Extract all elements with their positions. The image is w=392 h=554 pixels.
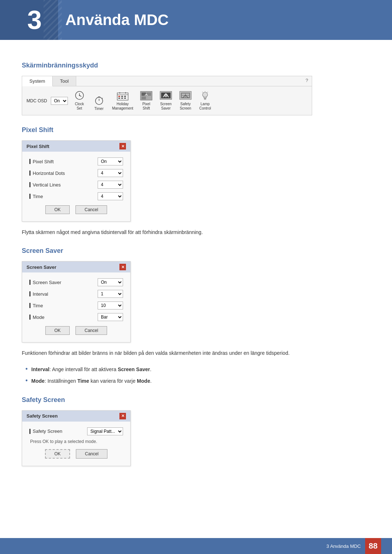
screen-saver-title: Screen Saver bbox=[26, 264, 56, 270]
pixel-shift-cancel-button[interactable]: Cancel bbox=[75, 205, 107, 214]
row-indicator-ss4 bbox=[29, 315, 30, 320]
svg-line-37 bbox=[202, 92, 203, 93]
pixel-shift-dialog: Pixel Shift ✕ Pixel Shift OnOff Horizont… bbox=[22, 140, 131, 222]
pixel-shift-icon bbox=[140, 91, 153, 101]
toolbar-icon-safety-screen[interactable]: SafetyScreen bbox=[176, 89, 195, 112]
svg-point-32 bbox=[203, 92, 208, 97]
svg-rect-13 bbox=[118, 96, 120, 97]
tab-tool[interactable]: Tool bbox=[53, 76, 76, 86]
safety-screen-body: Safety Screen Signal Patt...ScrollPixel … bbox=[22, 422, 130, 466]
pixel-shift-description: Flytta skärmen något med angivna tidsint… bbox=[22, 228, 370, 236]
interval-label: Interval bbox=[29, 291, 48, 297]
screen-saver-close-button[interactable]: ✕ bbox=[119, 264, 126, 270]
clock-set-label: ClockSet bbox=[75, 102, 84, 111]
help-button[interactable]: ? bbox=[302, 76, 312, 86]
row-indicator-3 bbox=[29, 182, 30, 187]
screen-saver-row-2: Interval 123 bbox=[29, 290, 123, 298]
row-indicator-2 bbox=[29, 171, 30, 176]
timer-label: Timer bbox=[94, 107, 103, 111]
screen-saver-label-1: Screen Saver bbox=[29, 280, 61, 285]
svg-line-36 bbox=[207, 92, 208, 93]
time-select-ss[interactable]: 10515 bbox=[98, 301, 123, 309]
screen-saver-row-1: Screen Saver OnOff bbox=[29, 278, 123, 286]
clock-set-icon bbox=[73, 91, 86, 101]
vertical-lines-label: Vertical Lines bbox=[29, 182, 61, 188]
row-indicator-saf1 bbox=[29, 429, 30, 434]
interval-term: Interval bbox=[31, 366, 49, 372]
safety-screen-close-button[interactable]: ✕ bbox=[119, 413, 126, 419]
section-heading-screen: Screen Saver bbox=[22, 247, 370, 255]
svg-rect-22 bbox=[142, 97, 146, 99]
page-number: 88 bbox=[365, 538, 381, 554]
toolbar-icon-screen-saver[interactable]: ScreenSaver bbox=[156, 89, 175, 112]
bullet-item-interval: • Interval: Ange intervall för att aktiv… bbox=[25, 365, 370, 373]
pixel-shift-label-1: Pixel Shift bbox=[29, 159, 54, 164]
pixel-shift-ok-button[interactable]: OK bbox=[45, 205, 70, 214]
safety-screen-row-label: Safety Screen bbox=[33, 428, 62, 434]
safety-screen-label-1: Safety Screen bbox=[29, 428, 62, 434]
bullet-text-interval: Interval: Ange intervall för att aktiver… bbox=[31, 365, 151, 373]
time-label-ss: Time bbox=[29, 303, 43, 308]
lamp-control-label: LampControl bbox=[199, 102, 211, 111]
row-indicator-ss2 bbox=[29, 291, 30, 296]
bullet-item-mode: • Mode: Inställningen Time kan variera f… bbox=[25, 377, 370, 385]
pixel-shift-label: PixelShift bbox=[142, 102, 150, 111]
chapter-title: Använda MDC bbox=[65, 11, 169, 29]
safety-screen-ok-button[interactable]: OK bbox=[45, 449, 70, 459]
time-label-ps: Time bbox=[29, 194, 43, 199]
vertical-lines-select[interactable]: 4123 bbox=[98, 181, 123, 189]
holiday-label: HolidayManagement bbox=[112, 102, 133, 111]
mode-select[interactable]: BarPixelFade bbox=[98, 313, 123, 321]
pixel-shift-row-1: Pixel Shift OnOff bbox=[29, 157, 123, 165]
safety-screen-select[interactable]: Signal Patt...ScrollPixel bbox=[87, 427, 123, 435]
svg-line-8 bbox=[102, 98, 103, 99]
row-indicator-4 bbox=[29, 194, 30, 199]
pixel-shift-body: Pixel Shift OnOff Horizontal Dots 4123 bbox=[22, 152, 130, 221]
mdc-osd-label: MDC OSD bbox=[26, 98, 47, 103]
screen-saver-select[interactable]: OnOff bbox=[98, 278, 123, 286]
svg-rect-14 bbox=[121, 96, 123, 97]
safety-screen-title: Safety Screen bbox=[26, 413, 58, 419]
mdc-osd-select[interactable]: On Off bbox=[51, 97, 68, 105]
interval-select[interactable]: 123 bbox=[98, 290, 123, 298]
tab-system[interactable]: System bbox=[22, 76, 53, 86]
screen-saver-row-4: Mode BarPixelFade bbox=[29, 313, 123, 321]
section-heading-safety: Safety Screen bbox=[22, 396, 370, 404]
holiday-icon bbox=[116, 91, 129, 101]
time-select-ps[interactable]: 4123 bbox=[98, 192, 123, 200]
toolbar-tabs: System Tool ? bbox=[22, 76, 312, 86]
svg-rect-17 bbox=[121, 98, 123, 99]
toolbar-icon-lamp-control[interactable]: LampControl bbox=[196, 89, 215, 112]
screen-saver-cancel-button[interactable]: Cancel bbox=[75, 326, 107, 335]
pixel-shift-row-4: Time 4123 bbox=[29, 192, 123, 200]
screen-saver-buttons: OK Cancel bbox=[29, 326, 123, 336]
mode-term-2: Mode bbox=[137, 378, 150, 384]
screen-saver-title-bar: Screen Saver ✕ bbox=[22, 262, 130, 272]
toolbar-body: MDC OSD On Off Clo bbox=[22, 86, 312, 115]
screen-saver-ok-button[interactable]: OK bbox=[45, 326, 70, 335]
safety-screen-cancel-button[interactable]: Cancel bbox=[76, 449, 107, 459]
lamp-control-icon bbox=[199, 91, 212, 101]
bullet-dot-1: • bbox=[25, 365, 28, 373]
pixel-shift-select[interactable]: OnOff bbox=[98, 157, 123, 165]
row-indicator-ss1 bbox=[29, 280, 30, 285]
screen-saver-description: Funktionen förhindrar att bilder bränns … bbox=[22, 349, 370, 357]
toolbar-icon-timer[interactable]: Timer bbox=[90, 94, 109, 112]
row-indicator bbox=[29, 159, 30, 164]
pixel-shift-close-button[interactable]: ✕ bbox=[119, 143, 126, 149]
screen-saver-body: Screen Saver OnOff Interval 123 Time bbox=[22, 272, 130, 342]
svg-rect-23 bbox=[147, 97, 151, 99]
horizontal-dots-label: Horizontal Dots bbox=[29, 171, 65, 176]
screen-saver-dialog: Screen Saver ✕ Screen Saver OnOff Interv… bbox=[22, 261, 131, 342]
toolbar-icon-holiday[interactable]: HolidayManagement bbox=[109, 89, 136, 112]
safety-screen-title-bar: Safety Screen ✕ bbox=[22, 411, 130, 422]
toolbar-icon-clock-set[interactable]: ClockSet bbox=[70, 89, 89, 112]
toolbar-icon-pixel-shift[interactable]: PixelShift bbox=[137, 89, 156, 112]
feature-bullet-list: • Interval: Ange intervall för att aktiv… bbox=[22, 365, 370, 385]
horizontal-dots-select[interactable]: 4123 bbox=[98, 169, 123, 177]
safety-screen-buttons: OK Cancel bbox=[29, 449, 123, 460]
pixel-shift-title: Pixel Shift bbox=[26, 144, 49, 149]
section-heading-burn: Skärminbränningsskydd bbox=[22, 62, 370, 69]
page-footer: 3 Använda MDC 88 bbox=[0, 538, 392, 554]
svg-rect-15 bbox=[124, 96, 126, 97]
